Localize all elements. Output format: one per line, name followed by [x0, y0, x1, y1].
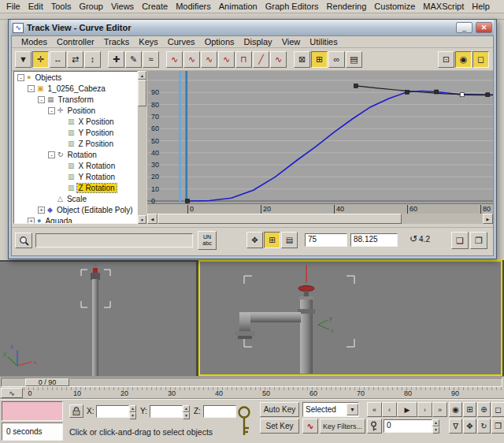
spinner-up-icon[interactable]: ▲ — [129, 405, 136, 412]
spinner-up-icon[interactable]: ▲ — [432, 419, 439, 426]
set-tangents-auto-button[interactable]: ∿ — [166, 51, 183, 68]
track-rotation[interactable]: - ↻ Rotation — [14, 149, 137, 160]
selected-key-value-field[interactable]: 88.125 — [350, 233, 398, 247]
main-menu-item[interactable]: Create — [138, 0, 172, 13]
time-slider-track[interactable]: 0 / 90 — [1, 378, 502, 387]
main-menu-item[interactable]: Help — [468, 0, 494, 13]
tree-expander[interactable]: - — [17, 74, 24, 81]
minimize-button[interactable]: _ — [456, 22, 472, 33]
set-tangents-step-button[interactable]: ⊓ — [235, 51, 252, 68]
graph-scrollbar[interactable]: ◀ ▶ — [147, 214, 493, 224]
scroll-left-button[interactable]: ◀ — [147, 214, 158, 224]
z-coordinate-field[interactable] — [203, 405, 236, 418]
x-coordinate-spinner[interactable]: ▲▼ — [129, 405, 136, 418]
main-menu-item[interactable]: File — [2, 0, 24, 13]
tree-expander[interactable]: - — [38, 96, 45, 103]
pan-view-button[interactable]: ✥ — [463, 419, 476, 434]
tv-zoom-region-button[interactable]: ◻ — [472, 51, 489, 68]
trackview-menu-item[interactable]: Modes — [17, 36, 52, 47]
graph-time-ruler[interactable]: 020406080 — [147, 203, 493, 214]
zoom-all-button[interactable]: ⊞ — [463, 402, 476, 417]
set-key-button[interactable]: Set Key — [260, 419, 299, 434]
play-animation-button[interactable]: ▶ — [397, 402, 417, 417]
current-frame-field[interactable]: 0 — [384, 419, 432, 433]
zoom-button[interactable]: ◉ — [449, 402, 462, 417]
maxscript-mini-listener[interactable] — [2, 401, 63, 421]
track-set-name-field[interactable] — [35, 233, 193, 248]
viewport-left[interactable]: x y z — [0, 262, 196, 376]
main-menu-item[interactable]: Customize — [370, 0, 419, 13]
track-objects[interactable]: - ● Objects — [14, 72, 137, 83]
trackview-menu-item[interactable]: Curves — [163, 36, 200, 47]
main-menu-item[interactable]: Graph Editors — [261, 0, 323, 13]
min-max-toggle-button[interactable]: ❐ — [491, 419, 504, 434]
show-keyable-icons-button[interactable]: ▤ — [346, 51, 362, 68]
trackview-titlebar[interactable]: ∿ Track View - Curve Editor _ ✕ — [11, 20, 494, 35]
hierarchy-scrollbar[interactable]: ▲ ▼ — [138, 71, 146, 224]
show-key-stats-toggle[interactable]: UN abc — [198, 231, 217, 250]
main-menu-item[interactable]: Animation — [215, 0, 261, 13]
previous-frame-button[interactable]: ‹ — [382, 402, 397, 417]
main-menu-item[interactable]: Rendering — [323, 0, 371, 13]
main-menu-item[interactable]: Views — [107, 0, 138, 13]
tree-expander[interactable]: - — [48, 107, 55, 114]
y-coordinate-spinner[interactable]: ▲▼ — [183, 405, 190, 418]
set-key-mode-button[interactable] — [234, 404, 254, 440]
snap-frames-button[interactable]: ⊞ — [311, 51, 328, 68]
spinner-down-icon[interactable]: ▼ — [129, 412, 136, 419]
lock-tangents-button[interactable]: ⊡ — [438, 51, 454, 68]
track-x-position[interactable]: ▥ X Position — [14, 116, 137, 127]
selected-key-time-field[interactable]: 75 — [305, 233, 347, 247]
arc-rotate-button[interactable]: ↻ — [477, 419, 491, 434]
zoom-value-extents-button[interactable]: ▤ — [281, 232, 298, 248]
main-menu-item[interactable]: Tools — [47, 0, 76, 13]
tv-pan-button[interactable]: ✥ — [246, 232, 263, 248]
trackview-menu-item[interactable]: Display — [239, 36, 277, 47]
tree-expander[interactable]: + — [38, 207, 45, 214]
draw-curves-button[interactable]: ✎ — [125, 51, 142, 68]
track-bar[interactable]: ∿ 0102030405060708090 — [0, 387, 504, 399]
viewport-right-active[interactable]: y x — [198, 260, 502, 376]
track-z-position[interactable]: ▥ Z Position — [14, 138, 137, 149]
main-menu-item[interactable]: Modifiers — [172, 0, 215, 13]
track-1-0256-cabeza[interactable]: - ▣ 1_0256_Cabeza — [14, 83, 137, 94]
reduce-keys-button[interactable]: ≈ — [143, 51, 159, 68]
scroll-down-button[interactable]: ▼ — [138, 215, 146, 224]
current-frame-spinner[interactable]: ▲▼ — [432, 419, 439, 432]
track-transform[interactable]: - ▦ Transform — [14, 94, 137, 105]
main-menu-item[interactable]: MAXScript — [419, 0, 468, 13]
tv-isolate-curve-button[interactable]: ❐ — [470, 232, 487, 249]
scale-keys-button[interactable]: ⇄ — [67, 51, 83, 68]
scrollbar-thumb[interactable] — [138, 80, 146, 106]
tree-expander[interactable]: + — [28, 218, 35, 225]
time-tag-display[interactable]: 0 seconds — [2, 423, 63, 441]
go-to-end-button[interactable]: » — [432, 402, 447, 417]
trackview-menu-item[interactable]: Utilities — [305, 36, 342, 47]
time-slider-handle[interactable]: 0 / 90 — [25, 378, 69, 386]
track-y-rotation[interactable]: ▥ Y Rotation — [14, 171, 137, 182]
spinner-down-icon[interactable]: ▼ — [432, 426, 439, 434]
tv-zoom-region-corner-button[interactable]: ❏ — [451, 232, 469, 249]
next-frame-button[interactable]: › — [417, 402, 432, 417]
key-filters-button[interactable]: Key Filters... — [320, 419, 365, 434]
track-z-rotation[interactable]: ▥ Z Rotation — [14, 182, 137, 193]
set-tangents-smooth-button[interactable]: ∿ — [270, 51, 287, 68]
trackview-menu-item[interactable]: View — [277, 36, 306, 47]
main-menu-item[interactable]: Edit — [24, 0, 47, 13]
track-scale[interactable]: △ Scale — [14, 193, 137, 204]
curve-graph-canvas[interactable]: 0102030405060708090 — [147, 71, 493, 203]
scroll-right-button[interactable]: ▶ — [483, 214, 493, 224]
spinner-down-icon[interactable]: ▼ — [183, 412, 190, 419]
scale-values-button[interactable]: ↕ — [84, 51, 101, 68]
default-tangent-flyout-button[interactable]: ∿ — [302, 419, 318, 434]
go-to-start-button[interactable]: « — [367, 402, 382, 417]
trackview-menu-item[interactable]: Options — [200, 36, 239, 47]
filters-button[interactable]: ▼ — [15, 51, 32, 68]
x-coordinate-field[interactable] — [96, 405, 129, 418]
track-y-position[interactable]: ▥ Y Position — [14, 127, 137, 138]
track-set-magnifier-button[interactable] — [15, 233, 32, 248]
zoom-horizontal-extents-button[interactable]: ⊞ — [264, 232, 280, 248]
track-object-editable-poly[interactable]: + ◆ Object (Editable Poly) — [14, 204, 137, 215]
trackview-menu-item[interactable]: Keys — [134, 36, 162, 47]
close-button[interactable]: ✕ — [476, 22, 492, 33]
